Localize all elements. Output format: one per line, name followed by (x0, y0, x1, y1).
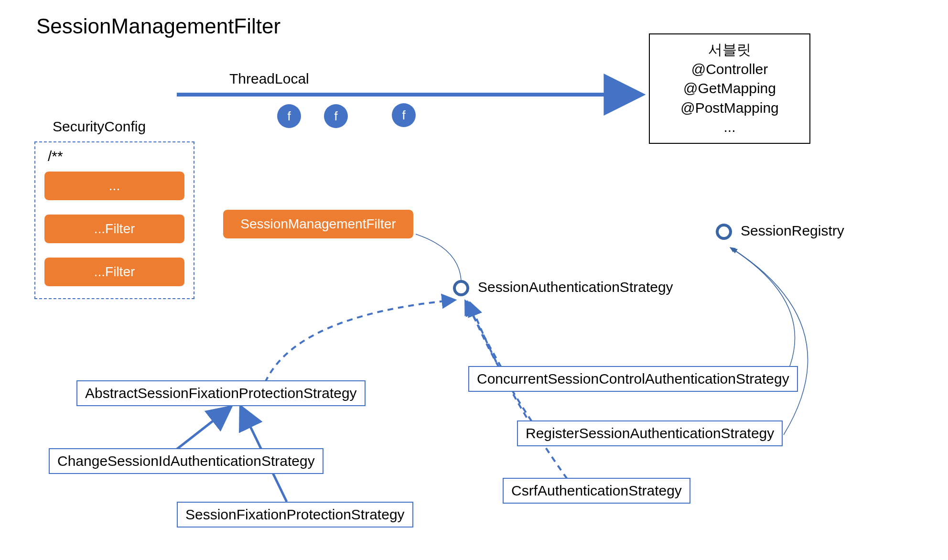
connector-changeid-to-abstract (177, 410, 227, 449)
register-session-box: RegisterSessionAuthenticationStrategy (517, 420, 783, 446)
filter-item: ...Filter (44, 214, 185, 244)
connector-csrf-to-circle (471, 304, 573, 487)
servlet-line: @PostMapping (659, 98, 800, 118)
threadlocal-label: ThreadLocal (229, 71, 309, 87)
filter-icon: f (392, 103, 416, 127)
interface-icon (453, 280, 469, 296)
security-config-label: SecurityConfig (53, 118, 146, 135)
servlet-line: ... (659, 118, 800, 137)
servlet-line: 서블릿 (659, 40, 800, 60)
connector-register-to-registry (732, 248, 808, 435)
diagram-title: SessionManagementFilter (36, 14, 280, 38)
servlet-line: @GetMapping (659, 79, 800, 98)
connector-filter-to-strategy (416, 234, 461, 280)
filter-icon: f (277, 104, 301, 128)
csrf-strategy-box: CsrfAuthenticationStrategy (503, 478, 690, 504)
connector-abstract-to-circle (265, 300, 454, 382)
security-config-pattern: /** (48, 148, 63, 164)
session-auth-strategy-label: SessionAuthenticationStrategy (478, 279, 673, 295)
filter-item: ... (44, 171, 185, 201)
session-registry-label: SessionRegistry (741, 223, 844, 239)
servlet-box: 서블릿 @Controller @GetMapping @PostMapping… (649, 33, 810, 144)
servlet-line: @Controller (659, 60, 800, 79)
filter-item: ...Filter (44, 257, 185, 287)
connector-concurrent-to-registry (730, 248, 795, 380)
change-session-id-box: ChangeSessionIdAuthenticationStrategy (49, 448, 323, 474)
connector-concurrent-to-circle (466, 302, 506, 377)
abstract-fixation-box: AbstractSessionFixationProtectionStrateg… (76, 380, 366, 406)
session-management-filter-box: SessionManagementFilter (223, 209, 414, 239)
session-fixation-box: SessionFixationProtectionStrategy (177, 502, 413, 528)
filter-icon: f (324, 104, 348, 128)
concurrent-control-box: ConcurrentSessionControlAuthenticationSt… (468, 366, 798, 392)
interface-icon (716, 224, 732, 240)
